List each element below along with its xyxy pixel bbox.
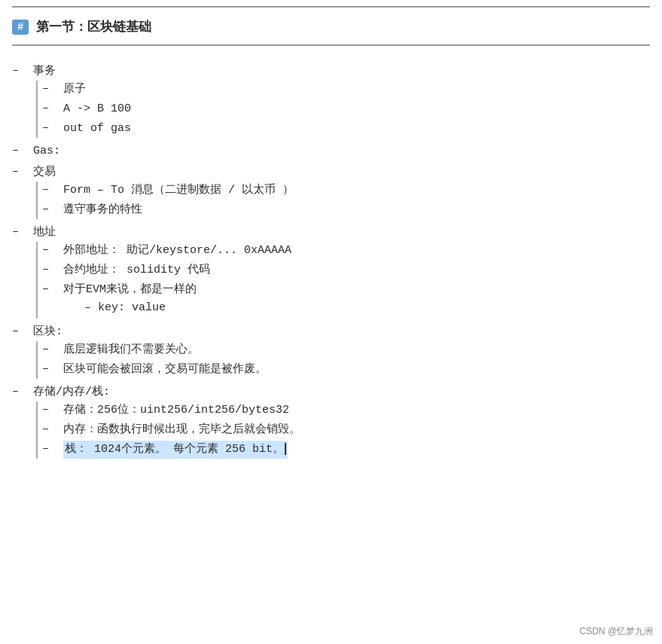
top-divider <box>12 6 650 8</box>
item-content: 栈： 1024个元素。 每个元素 256 bit。 <box>63 441 650 459</box>
item-content: 底层逻辑我们不需要关心。 <box>63 341 650 359</box>
list-item: – 栈： 1024个元素。 每个元素 256 bit。 <box>42 441 650 459</box>
bullet: – <box>42 261 63 276</box>
keyvalue-text: – key: value <box>84 301 166 314</box>
rollback-text: 区块可能会被回滚，交易可能是被作废。 <box>63 363 267 376</box>
shiwu-label: 事务 <box>33 63 56 78</box>
sub-list: – 原子 – A -> B 100 – <box>36 81 650 138</box>
bullet: – <box>42 120 63 134</box>
bullet: – <box>42 201 63 215</box>
item-content: 内存：函数执行时候出现，完毕之后就会销毁。 <box>63 421 650 439</box>
section-title: 第一节：区块链基础 <box>36 18 151 35</box>
list-item: – 底层逻辑我们不需要关心。 <box>42 341 650 359</box>
list-item: – 外部地址： 助记/keystore/... 0xAAAAA <box>42 242 650 260</box>
list-item: – 地址 – 外部地址： 助记/keystore/... 0xAAAAA – <box>12 224 650 320</box>
item-content: 原子 <box>63 81 650 99</box>
item-content: out of gas <box>63 120 650 138</box>
formto-text: Form – To 消息（二进制数据 / 以太币 ） <box>63 184 294 197</box>
cunchu-item-text: 存储：256位：uint256/int256/bytes32 <box>63 404 289 417</box>
sub-sub-list: – key: value <box>84 299 650 317</box>
diceng-text: 底层逻辑我们不需要关心。 <box>63 343 199 356</box>
dizhi-label: 地址 <box>33 224 56 239</box>
bullet: – <box>42 361 63 375</box>
list-item: – out of gas <box>42 120 650 138</box>
item-content: Gas: <box>33 142 650 160</box>
item-content: 存储：256位：uint256/int256/bytes32 <box>63 401 650 420</box>
list-item: – 存储/内存/栈: – 存储：256位：uint256/int256/byte… <box>12 383 650 460</box>
bullet: – <box>42 281 63 295</box>
yuanzi-text: 原子 <box>63 83 86 96</box>
item-content: 事务 – 原子 – A -> B 100 <box>33 63 650 139</box>
item-content: 区块: – 底层逻辑我们不需要关心。 – 区块可能会被回滚，交易可能是被作废。 <box>33 323 650 380</box>
item-content: Form – To 消息（二进制数据 / 以太币 ） <box>63 182 650 200</box>
page-container: # 第一节：区块链基础 – 事务 – 原子 <box>0 0 662 478</box>
list-item: – 原子 <box>42 81 650 99</box>
list-item: – 合约地址： solidity 代码 <box>42 261 650 279</box>
outofgas-text: out of gas <box>63 122 131 135</box>
neicun-text: 内存：函数执行时候出现，完毕之后就会销毁。 <box>63 423 300 436</box>
atob-text: A -> B 100 <box>63 102 131 115</box>
item-content: 存储/内存/栈: – 存储：256位：uint256/int256/bytes3… <box>33 383 650 460</box>
bottom-divider <box>12 44 650 46</box>
sub-list: – 存储：256位：uint256/int256/bytes32 – 内存：函数… <box>36 401 650 459</box>
bullet: – <box>42 341 63 356</box>
item-content: 遵守事务的特性 <box>63 201 650 219</box>
zhan-text: 栈： 1024个元素。 每个元素 256 bit。 <box>63 441 288 459</box>
outline-list: – 事务 – 原子 – A -> B 100 <box>12 63 650 460</box>
bullet: – <box>12 224 33 238</box>
cunchu-label: 存储/内存/栈: <box>33 384 110 398</box>
item-content: 对于EVM来说，都是一样的 – key: value <box>63 281 650 319</box>
qukuai-label: 区块: <box>33 324 63 338</box>
list-item: – 事务 – 原子 – A -> B 100 <box>12 63 650 139</box>
item-content: 合约地址： solidity 代码 <box>63 261 650 279</box>
waibudi-text: 外部地址： 助记/keystore/... 0xAAAAA <box>63 244 291 257</box>
heyuedi-text: 合约地址： solidity 代码 <box>63 264 210 276</box>
bullet: – <box>42 182 63 196</box>
list-item: – 区块: – 底层逻辑我们不需要关心。 – 区块可 <box>12 323 650 380</box>
text-cursor <box>285 443 286 455</box>
bullet: – <box>12 163 33 178</box>
list-item: – A -> B 100 <box>42 100 650 118</box>
bullet: – <box>42 100 63 114</box>
sub-list: – 外部地址： 助记/keystore/... 0xAAAAA – 合约地址： … <box>36 242 650 319</box>
content-area: – 事务 – 原子 – A -> B 100 <box>0 56 662 460</box>
gas-label: Gas: <box>33 143 60 157</box>
jiaoyi-label: 交易 <box>33 164 56 179</box>
bullet: – <box>42 242 63 256</box>
bullet: – <box>12 383 33 398</box>
list-item: – Form – To 消息（二进制数据 / 以太币 ） <box>42 182 650 200</box>
hash-badge: # <box>12 20 29 35</box>
list-item: – 存储：256位：uint256/int256/bytes32 <box>42 401 650 420</box>
item-content: 交易 – Form – To 消息（二进制数据 / 以太币 ） – 遵守事务的特… <box>33 163 650 221</box>
bullet: – <box>42 81 63 95</box>
sub-list: – 底层逻辑我们不需要关心。 – 区块可能会被回滚，交易可能是被作废。 <box>36 341 650 379</box>
sub-list: – Form – To 消息（二进制数据 / 以太币 ） – 遵守事务的特性 <box>36 182 650 219</box>
zunshou-text: 遵守事务的特性 <box>63 203 142 216</box>
bullet: – <box>42 421 63 435</box>
list-item: – key: value <box>84 299 650 317</box>
bullet: – <box>42 441 63 455</box>
bullet: – <box>42 401 63 416</box>
duiyu-text: 对于EVM来说，都是一样的 <box>63 283 197 296</box>
item-content: 区块可能会被回滚，交易可能是被作废。 <box>63 361 650 379</box>
item-content: 外部地址： 助记/keystore/... 0xAAAAA <box>63 242 650 260</box>
bullet: – <box>12 323 33 337</box>
list-item: – 遵守事务的特性 <box>42 201 650 219</box>
list-item: – 交易 – Form – To 消息（二进制数据 / 以太币 ） – <box>12 163 650 221</box>
list-item: – Gas: <box>12 142 650 160</box>
list-item: – 内存：函数执行时候出现，完毕之后就会销毁。 <box>42 421 650 439</box>
watermark: CSDN @忆梦九洲 <box>579 625 653 638</box>
bullet: – <box>12 142 33 157</box>
item-content: 地址 – 外部地址： 助记/keystore/... 0xAAAAA – 合约地… <box>33 224 650 320</box>
list-item: – 区块可能会被回滚，交易可能是被作废。 <box>42 361 650 379</box>
item-content: A -> B 100 <box>63 100 650 118</box>
section-header: # 第一节：区块链基础 <box>0 14 662 40</box>
bullet: – <box>12 63 33 77</box>
list-item: – 对于EVM来说，都是一样的 – key: value <box>42 281 650 319</box>
item-content: – key: value <box>84 299 650 317</box>
